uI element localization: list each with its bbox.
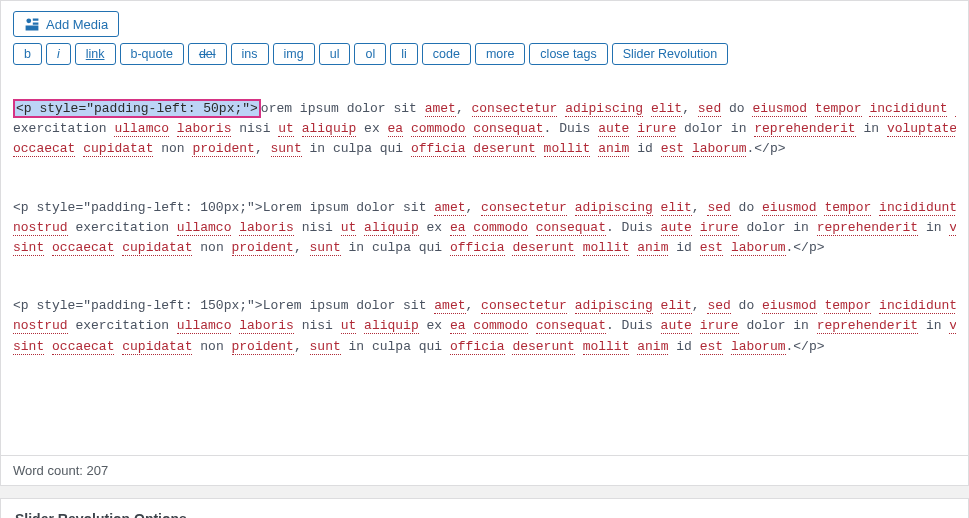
text-editor[interactable]: <p style="padding-left: 50px;">orem ipsu…: [1, 73, 968, 455]
editor-paragraph-2: <p style="padding-left: 100px;">Lorem ip…: [13, 198, 956, 258]
qt-ins[interactable]: ins: [231, 43, 269, 65]
word-count: Word count: 207: [1, 455, 968, 485]
qt-code[interactable]: code: [422, 43, 471, 65]
qt-link[interactable]: link: [75, 43, 116, 65]
qt-link-label: link: [86, 47, 105, 61]
qt-ol[interactable]: ol: [354, 43, 386, 65]
qt-bold[interactable]: b: [13, 43, 42, 65]
qt-slider-revolution[interactable]: Slider Revolution: [612, 43, 729, 65]
media-icon: [24, 16, 40, 32]
qt-ul[interactable]: ul: [319, 43, 351, 65]
svg-point-0: [26, 18, 31, 23]
qt-bquote[interactable]: b-quote: [120, 43, 184, 65]
slider-revolution-options-panel: Slider Revolution Options Choose Slide T…: [0, 498, 969, 518]
qt-more[interactable]: more: [475, 43, 525, 65]
qt-italic[interactable]: i: [46, 43, 71, 65]
editor-panel: Add Media b i link b-quote del ins img u…: [0, 0, 969, 486]
qt-img[interactable]: img: [273, 43, 315, 65]
quicktags-toolbar: b i link b-quote del ins img ul ol li co…: [1, 43, 968, 73]
qt-italic-label: i: [57, 47, 60, 61]
editor-paragraph-3: <p style="padding-left: 150px;">Lorem ip…: [13, 296, 956, 356]
qt-del[interactable]: del: [188, 43, 227, 65]
add-media-button[interactable]: Add Media: [13, 11, 119, 37]
top-toolbar-area: Add Media: [1, 1, 968, 43]
qt-li[interactable]: li: [390, 43, 418, 65]
add-media-label: Add Media: [46, 17, 108, 32]
options-heading: Slider Revolution Options: [1, 499, 968, 518]
editor-paragraph-1: <p style="padding-left: 50px;">orem ipsu…: [13, 99, 956, 159]
qt-close-tags[interactable]: close tags: [529, 43, 607, 65]
highlighted-tag: <p style="padding-left: 50px;">: [13, 99, 261, 118]
